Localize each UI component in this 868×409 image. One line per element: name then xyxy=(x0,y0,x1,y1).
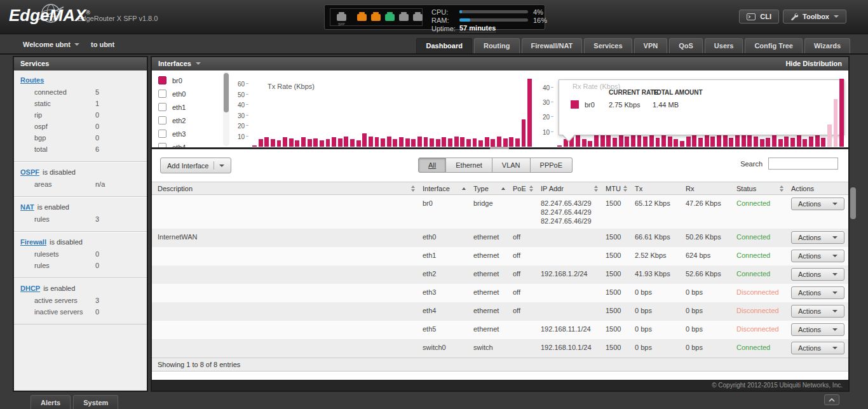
type-filter-group: AllEthernetVLANPPPoE xyxy=(418,158,573,173)
cell-rx: 47.26 Kbps xyxy=(682,195,733,211)
stat-value: 0 xyxy=(95,134,99,142)
interface-value: eth0 xyxy=(423,233,436,241)
table-summary: Showing 1 to 8 of 8 entries xyxy=(152,358,848,372)
legend-checkbox-eth4[interactable] xyxy=(158,143,166,149)
legend-item-eth3: eth3 xyxy=(158,127,220,140)
legend-scrollbar[interactable] xyxy=(223,72,229,146)
sidebar-link-dhcp[interactable]: DHCP xyxy=(20,285,40,292)
stat-value: 0 xyxy=(95,250,99,258)
sidebar-stat-row: static1 xyxy=(20,98,140,109)
chart-bar xyxy=(491,139,495,147)
welcome-user-menu[interactable]: Welcome ubnt xyxy=(23,41,71,48)
tx-value: 66.61 Kbps xyxy=(635,233,670,241)
legend-checkbox-eth3[interactable] xyxy=(158,130,166,138)
table-header: DescriptionInterfaceTypePoEIP AddrMTUTxR… xyxy=(152,182,848,195)
chart-bar xyxy=(643,137,648,147)
tab-vpn[interactable]: VPN xyxy=(634,38,668,53)
chart-bar xyxy=(821,138,825,147)
actions-button[interactable]: Actions xyxy=(791,198,844,210)
actions-button[interactable]: Actions xyxy=(791,268,844,281)
filter-pppoe[interactable]: PPPoE xyxy=(531,158,573,173)
brand-logo: EdgeMAX® xyxy=(9,6,90,25)
chart-bar xyxy=(522,119,526,147)
column-header-ip-addr[interactable]: IP Addr xyxy=(537,185,602,192)
table-row: InternetWANeth0ethernetoff150066.61 Kbps… xyxy=(152,229,848,247)
cell-tx: 66.61 Kbps xyxy=(631,229,682,245)
chart-bar xyxy=(424,137,428,147)
sidebar-link-firewall[interactable]: Firewall xyxy=(20,238,46,246)
chart-bar xyxy=(301,137,306,147)
page-scrollbar-thumb[interactable] xyxy=(850,187,856,219)
sidebar-stat-row: rules0 xyxy=(20,260,140,271)
cell-rx: 0 bps xyxy=(682,321,733,337)
table-row: eth2ethernetoff192.168.1.2/24150041.93 K… xyxy=(152,265,848,284)
actions-button[interactable]: Actions xyxy=(791,250,844,262)
add-interface-button[interactable]: Add Interface xyxy=(160,158,231,173)
cell-status: Disconnected xyxy=(733,302,787,318)
legend-checkbox-eth0[interactable] xyxy=(158,90,166,98)
mtu-value: 1500 xyxy=(606,233,621,241)
chart-bar xyxy=(320,140,324,147)
tab-config-tree[interactable]: Config Tree xyxy=(745,38,803,53)
legend-checkbox-eth1[interactable] xyxy=(158,103,166,111)
tab-firewall-nat[interactable]: Firewall/NAT xyxy=(522,38,583,53)
filter-ethernet[interactable]: Ethernet xyxy=(446,158,492,173)
tab-qos[interactable]: QoS xyxy=(669,38,703,53)
cell-actions: Actions xyxy=(787,247,848,265)
column-header-type[interactable]: Type xyxy=(470,185,509,192)
tab-users[interactable]: Users xyxy=(705,38,743,53)
sidebar-link-nat[interactable]: NAT xyxy=(20,203,34,211)
filter-vlan[interactable]: VLAN xyxy=(492,158,531,173)
cell-description xyxy=(152,247,419,254)
column-header-poe[interactable]: PoE xyxy=(509,185,537,192)
chart-bar xyxy=(686,137,691,147)
legend-checkbox-br0[interactable] xyxy=(158,76,166,84)
chart-bar xyxy=(625,137,629,147)
scroll-to-top-button[interactable] xyxy=(824,394,839,405)
actions-button[interactable]: Actions xyxy=(791,323,844,336)
actions-button-label: Actions xyxy=(798,199,821,208)
actions-button[interactable]: Actions xyxy=(791,231,844,244)
tab-dashboard[interactable]: Dashboard xyxy=(416,38,471,53)
actions-button[interactable]: Actions xyxy=(791,342,844,354)
wrench-icon xyxy=(790,13,798,20)
search-input[interactable] xyxy=(768,158,838,170)
toolbox-button[interactable]: Toolbox xyxy=(783,10,846,23)
chart-bar xyxy=(497,137,501,147)
hide-distribution-link[interactable]: Hide Distribution xyxy=(785,60,842,67)
cell-description xyxy=(152,195,419,202)
y-tick-label: 20 xyxy=(543,114,550,121)
column-header-interface[interactable]: Interface xyxy=(419,185,470,192)
sidebar-link-ospf[interactable]: OSPF xyxy=(20,168,39,176)
tab-services[interactable]: Services xyxy=(584,38,632,53)
interfaces-title[interactable]: Interfaces xyxy=(158,60,191,67)
sidebar-link-routes[interactable]: Routes xyxy=(20,76,44,84)
type-value: bridge xyxy=(473,199,493,207)
sort-icon xyxy=(411,185,415,192)
chart-bar xyxy=(448,138,452,147)
cell-ip-addr xyxy=(537,247,602,254)
column-header-mtu[interactable]: MTU xyxy=(602,185,631,192)
chart-bar xyxy=(766,138,770,147)
filter-all[interactable]: All xyxy=(418,158,446,173)
rx-value: 0 bps xyxy=(686,288,703,296)
tab-wizards[interactable]: Wizards xyxy=(804,38,850,53)
column-header-description[interactable]: Description xyxy=(152,185,419,192)
actions-button[interactable]: Actions xyxy=(791,305,844,318)
cell-ip-addr: 192.168.10.1/24 xyxy=(537,339,602,355)
system-tab[interactable]: System xyxy=(73,395,118,409)
chart-bar xyxy=(576,133,580,147)
actions-button[interactable]: Actions xyxy=(791,286,844,299)
chevron-down-icon xyxy=(832,328,837,331)
legend-item-eth1: eth1 xyxy=(158,100,220,114)
chart-bar xyxy=(834,99,838,147)
ip-address: 192.168.1.2/24 xyxy=(541,269,598,278)
alerts-tab[interactable]: Alerts xyxy=(31,395,71,409)
chart-bar xyxy=(356,140,361,147)
legend-scrollbar-thumb[interactable] xyxy=(224,73,229,112)
cli-button[interactable]: CLI xyxy=(739,10,779,23)
tab-routing[interactable]: Routing xyxy=(474,38,520,53)
column-header-status[interactable]: Status xyxy=(733,185,787,192)
sidebar-stat-row: rip0 xyxy=(20,109,140,121)
legend-checkbox-eth2[interactable] xyxy=(158,116,166,124)
